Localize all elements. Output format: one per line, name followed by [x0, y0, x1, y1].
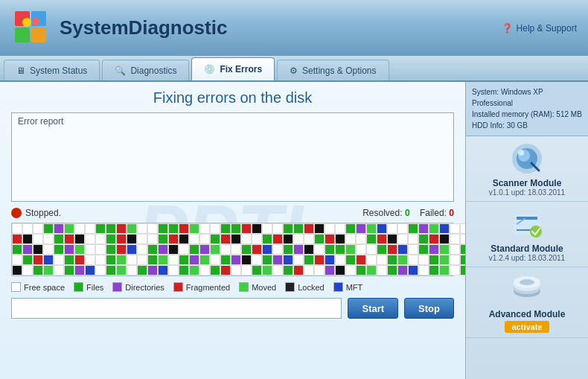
legend-label: Moved	[252, 283, 276, 292]
legend-color-box	[239, 282, 249, 292]
help-support-button[interactable]: ❓ Help & Support	[502, 23, 577, 34]
disk-cell	[460, 255, 465, 265]
disk-cell	[127, 223, 137, 234]
tab-diagnostics[interactable]: 🔍 Diagnostics	[102, 60, 189, 80]
disk-cell	[199, 234, 210, 244]
start-button[interactable]: Start	[348, 298, 398, 319]
disk-cell	[33, 223, 43, 234]
scanner-module-version: v1.0.1 upd: 18.03.2011	[489, 188, 565, 197]
disk-cell	[127, 234, 137, 244]
scanner-module-name: Scanner Module	[493, 178, 562, 188]
disk-cell	[335, 234, 345, 244]
disk-cell	[356, 234, 366, 244]
disk-cell	[283, 265, 293, 276]
disk-cell	[95, 255, 106, 265]
main-area: PPTL Fixing errors on the disk Error rep…	[0, 82, 588, 379]
disk-cell	[252, 265, 262, 276]
disk-cell	[408, 223, 418, 234]
legend-item-mft: MFT	[333, 282, 363, 292]
disk-cell	[189, 234, 199, 244]
disk-cell	[12, 244, 22, 255]
disk-cell	[356, 265, 366, 276]
svg-rect-5	[32, 18, 39, 25]
disk-cell	[220, 265, 231, 276]
legend-color-box	[333, 282, 343, 292]
disk-cell	[74, 265, 85, 276]
disk-cell	[179, 255, 189, 265]
disk-cell	[304, 234, 314, 244]
legend-color-box	[112, 282, 122, 292]
disk-cell	[179, 265, 189, 276]
disk-cell	[366, 234, 377, 244]
legend-label: Fragmented	[186, 283, 230, 292]
disk-cell	[127, 244, 137, 255]
legend-label: MFT	[346, 283, 363, 292]
disk-cell	[54, 234, 64, 244]
advanced-module-name: Advanced Module	[489, 309, 566, 319]
disk-cell	[345, 234, 356, 244]
tab-settings[interactable]: ⚙ Settings & Options	[277, 60, 389, 80]
disk-cell	[293, 255, 304, 265]
failed-label: Failed:	[420, 208, 447, 218]
disk-cell	[377, 234, 387, 244]
disk-cell	[210, 223, 220, 234]
standard-module-version: v1.2.4 upd: 18.03.2011	[489, 254, 565, 262]
disk-cell	[397, 244, 408, 255]
disk-cell	[137, 265, 147, 276]
disk-cell	[33, 265, 43, 276]
stop-button[interactable]: Stop	[404, 298, 454, 319]
disk-cell	[439, 223, 450, 234]
disk-cell	[335, 223, 345, 234]
disk-cell	[231, 234, 241, 244]
disk-cell	[335, 244, 345, 255]
resolved-failed-counts: Resolved: 0 Failed: 0	[362, 208, 454, 218]
disk-cell	[168, 223, 179, 234]
disk-cell	[418, 244, 429, 255]
error-report-label: Error report	[18, 116, 447, 127]
disk-cell	[220, 244, 231, 255]
disk-cell	[314, 244, 325, 255]
disk-cell	[43, 265, 54, 276]
disk-cell	[304, 265, 314, 276]
content-area: PPTL Fixing errors on the disk Error rep…	[0, 82, 465, 379]
search-icon: 🔍	[115, 66, 126, 76]
monitor-icon: 🖥	[16, 66, 25, 76]
disk-cell	[168, 265, 179, 276]
tab-system-status[interactable]: 🖥 System Status	[4, 60, 100, 80]
disk-cell	[325, 244, 335, 255]
stopped-label: Stopped.	[25, 208, 61, 218]
bottom-controls: Start Stop	[11, 298, 454, 319]
command-input[interactable]	[11, 298, 342, 319]
disk-cell	[429, 255, 439, 265]
legend-color-box	[285, 282, 295, 292]
disk-cell	[283, 255, 293, 265]
tab-fix-errors[interactable]: 💿 Fix Errors	[191, 57, 275, 80]
disk-cell	[168, 255, 179, 265]
disk-cell	[325, 223, 335, 234]
gear-icon: ⚙	[290, 66, 298, 76]
disk-cell	[335, 255, 345, 265]
disk-cell	[22, 244, 33, 255]
app-logo	[11, 7, 52, 48]
disk-cell	[74, 234, 85, 244]
tab-bar: 🖥 System Status 🔍 Diagnostics 💿 Fix Erro…	[0, 56, 588, 82]
disk-cell	[210, 234, 220, 244]
disk-cell	[252, 255, 262, 265]
svg-point-17	[520, 279, 534, 285]
resolved-label: Resolved:	[362, 208, 402, 218]
disk-cell	[168, 244, 179, 255]
legend-color-box	[11, 282, 21, 292]
disk-cell	[418, 223, 429, 234]
disk-cell	[262, 255, 272, 265]
disk-cell	[366, 265, 377, 276]
stopped-status: Stopped.	[11, 208, 61, 218]
module-standard: Standard Module v1.2.4 upd: 18.03.2011	[466, 202, 588, 267]
disk-cell	[54, 265, 64, 276]
disk-cell	[262, 223, 272, 234]
disk-cell	[43, 244, 54, 255]
disk-cell	[450, 234, 460, 244]
advanced-module-activate-button[interactable]: activate	[505, 321, 550, 333]
disk-cell	[22, 255, 33, 265]
disk-cell	[116, 223, 127, 234]
disk-cell	[429, 265, 439, 276]
